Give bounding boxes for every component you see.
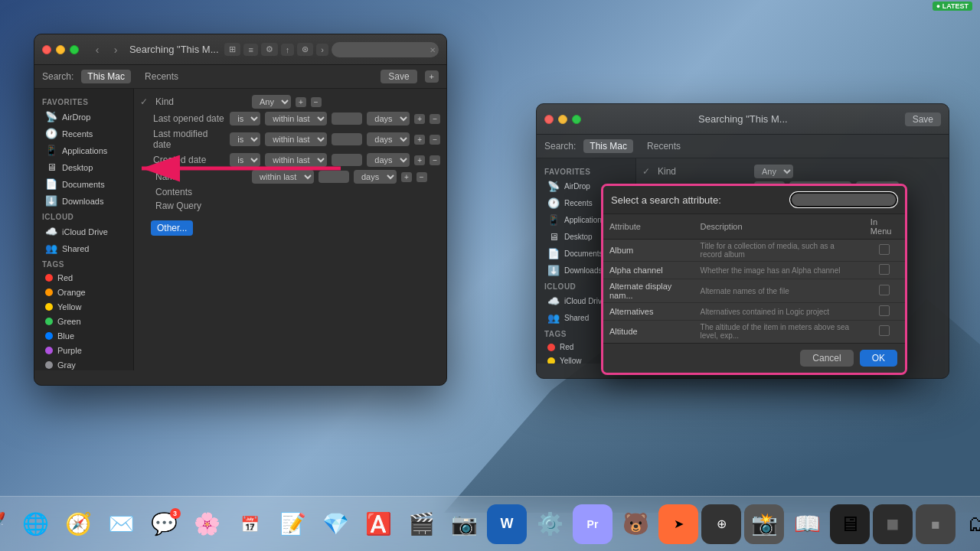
dock-notes[interactable]: 📝	[273, 504, 312, 544]
modified-within[interactable]: within last	[265, 132, 327, 146]
dock-mail[interactable]: ✉️	[101, 504, 141, 544]
dock-photos[interactable]: 🌸	[187, 504, 227, 544]
ok-button[interactable]: OK	[860, 350, 897, 367]
maximize-button-2[interactable]	[572, 115, 581, 124]
dock-folder[interactable]: 🗂	[959, 504, 980, 544]
name-unit[interactable]: days	[354, 170, 397, 184]
created-within[interactable]: within last	[265, 153, 327, 167]
dock-photos2[interactable]: 📸	[744, 504, 784, 544]
dock-dictionary[interactable]: 📖	[787, 504, 827, 544]
share-button[interactable]: ↑	[281, 44, 295, 56]
add-created-btn[interactable]: +	[414, 155, 425, 165]
sidebar-item-documents[interactable]: 📄 Documents	[38, 176, 130, 192]
attr-inmenu-checkbox[interactable]	[879, 264, 890, 275]
sidebar-item-blue[interactable]: Blue	[38, 329, 130, 343]
dock-app2[interactable]: ◼	[916, 504, 956, 544]
created-unit[interactable]: days	[367, 153, 410, 167]
attr-table-row[interactable]: AlbumTitle for a collection of media, su…	[603, 240, 905, 262]
minimize-button-1[interactable]	[56, 45, 65, 54]
remove-name-btn[interactable]: −	[416, 172, 427, 182]
dock-bear[interactable]: 🐻	[616, 504, 655, 544]
opened-value[interactable]	[332, 112, 362, 125]
maximize-button-1[interactable]	[70, 45, 79, 54]
close-button-1[interactable]	[42, 45, 51, 54]
sidebar-item-applications[interactable]: 📱 Applications	[38, 142, 130, 158]
modified-value[interactable]	[332, 133, 362, 145]
dock-finalcut[interactable]: 🎬	[401, 504, 441, 544]
sidebar-item-purple[interactable]: Purple	[38, 344, 130, 357]
tag-button[interactable]: ⊛	[297, 43, 313, 56]
sidebar-item-orange[interactable]: Orange	[38, 285, 130, 299]
minimize-button-2[interactable]	[558, 115, 567, 124]
created-value[interactable]	[332, 154, 362, 166]
tab-this-mac-2[interactable]: This Mac	[583, 139, 633, 153]
view-list-button[interactable]: ≡	[243, 44, 257, 56]
name-value[interactable]	[318, 171, 349, 183]
more-button[interactable]: ›	[316, 44, 328, 56]
dock-sysprefs[interactable]: ⚙️	[530, 504, 570, 544]
modified-op[interactable]: is	[230, 132, 260, 146]
search-clear[interactable]: ✕	[430, 45, 436, 54]
dock-resolution[interactable]: 🖥	[830, 504, 870, 544]
dock-safari[interactable]: 🧭	[58, 504, 98, 544]
view-grid-button[interactable]: ⊞	[224, 43, 240, 56]
remove-created-btn[interactable]: −	[430, 155, 440, 165]
remove-modified-btn[interactable]: −	[430, 135, 440, 145]
action-button[interactable]: ⚙	[261, 43, 278, 56]
dock-appstore[interactable]: 🅰️	[358, 504, 398, 544]
dock-messages[interactable]: 💬 3	[144, 504, 184, 544]
add-name-btn[interactable]: +	[401, 172, 412, 182]
sidebar-item-yellow[interactable]: Yellow	[38, 300, 130, 314]
dock-pasta[interactable]: ➤	[658, 504, 698, 544]
opened-unit[interactable]: days	[367, 112, 410, 126]
sidebar-item-recents[interactable]: 🕐 Recents	[38, 126, 130, 142]
dock-word[interactable]: W	[487, 504, 527, 544]
dock-calendar[interactable]: 📅 12	[230, 504, 270, 544]
sidebar-item-downloads[interactable]: ⬇️ Downloads	[38, 193, 130, 209]
dock-app1[interactable]: ■	[873, 504, 913, 544]
tab-this-mac[interactable]: This Mac	[81, 70, 131, 83]
add-modified-btn[interactable]: +	[414, 135, 425, 145]
save-button[interactable]: Save	[381, 70, 416, 83]
attr-table-row[interactable]: AlternativesAlternatives contained in Lo…	[603, 303, 905, 321]
close-button-2[interactable]	[544, 115, 554, 124]
save-button-2[interactable]: Save	[905, 112, 941, 126]
forward-button[interactable]: ›	[108, 42, 123, 57]
tab-recents[interactable]: Recents	[139, 70, 185, 83]
attr-table-row[interactable]: Alpha channelWhether the image has an Al…	[603, 262, 905, 279]
opened-op[interactable]: is	[230, 112, 260, 126]
created-op[interactable]: is	[230, 153, 260, 167]
dock-chrome[interactable]: 🌐	[15, 504, 55, 544]
sidebar-item-red[interactable]: Red	[38, 271, 130, 285]
sidebar-item-desktop[interactable]: 🖥 Desktop	[38, 159, 130, 175]
search-input-1[interactable]	[332, 42, 439, 57]
add-opened-btn[interactable]: +	[414, 114, 425, 124]
dock-sketch[interactable]: 💎	[315, 504, 355, 544]
sidebar-item-shared[interactable]: 👥 Shared	[38, 240, 130, 256]
sidebar-item-airdrop[interactable]: 📡 AirDrop	[38, 109, 130, 125]
cancel-button[interactable]: Cancel	[800, 350, 853, 367]
attr-inmenu-checkbox[interactable]	[879, 285, 890, 295]
dock-screenium[interactable]: 📷	[444, 504, 484, 544]
sidebar-item-green[interactable]: Green	[38, 315, 130, 328]
tab-recents-2[interactable]: Recents	[641, 139, 687, 153]
dialog-search-input[interactable]	[790, 192, 897, 207]
attr-inmenu-checkbox[interactable]	[879, 244, 890, 255]
dock-premiere[interactable]: Pr	[573, 504, 612, 544]
sidebar-item-gray[interactable]: Gray	[38, 358, 130, 370]
kind-select[interactable]: Any	[252, 95, 291, 109]
attr-inmenu-checkbox[interactable]	[879, 305, 890, 316]
modified-unit[interactable]: days	[367, 132, 410, 146]
back-button[interactable]: ‹	[90, 42, 105, 57]
opened-within[interactable]: within last	[265, 112, 327, 126]
kind2-select[interactable]: Any	[754, 165, 793, 178]
attr-table-row[interactable]: AltitudeThe altitude of the item in mete…	[603, 321, 905, 341]
add-criteria-button[interactable]: +	[425, 70, 439, 83]
dock-overflow[interactable]: ⊕	[701, 504, 741, 544]
remove-opened-btn[interactable]: −	[430, 114, 440, 124]
attr-inmenu-checkbox[interactable]	[879, 325, 890, 336]
remove-kind-btn[interactable]: −	[311, 97, 322, 107]
sidebar-item-icloud-drive[interactable]: ☁️ iCloud Drive	[38, 223, 130, 240]
attr-table-row[interactable]: Alternate display nam...Alternate names …	[603, 279, 905, 303]
other-item[interactable]: Other...	[151, 220, 193, 236]
